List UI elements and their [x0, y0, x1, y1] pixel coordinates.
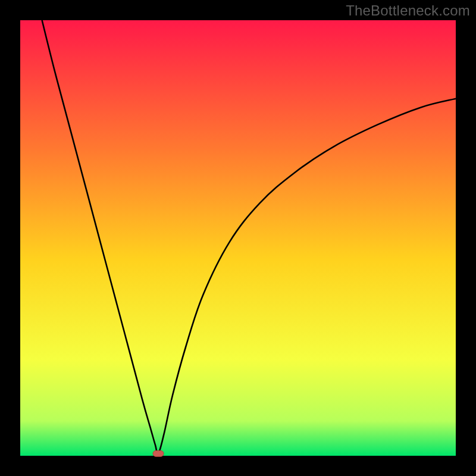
chart-svg	[0, 0, 476, 476]
optimum-marker	[153, 450, 164, 456]
watermark-text: TheBottleneck.com	[346, 2, 470, 19]
plot-area	[20, 20, 456, 456]
chart-frame: TheBottleneck.com	[0, 0, 476, 476]
